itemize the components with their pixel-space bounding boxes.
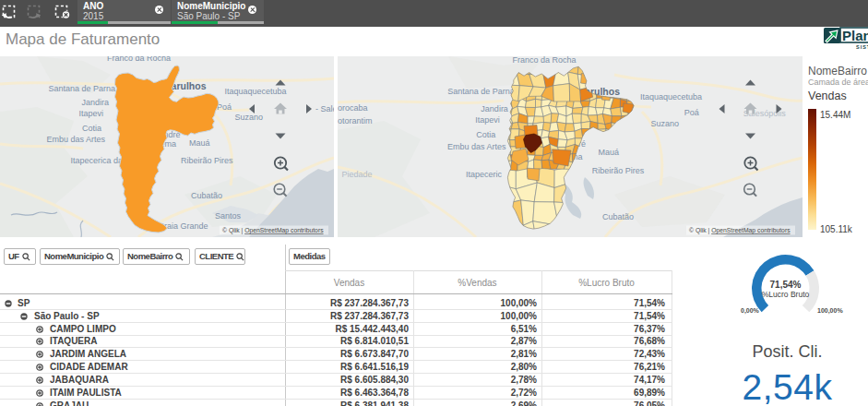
svg-text:Mauá: Mauá	[189, 138, 210, 148]
svg-text:Cubatão: Cubatão	[602, 212, 634, 221]
svg-text:Franco da Rocha: Franco da Rocha	[513, 56, 577, 65]
svg-text:- Sale: - Sale	[315, 104, 334, 113]
svg-text:Jandira: Jandira	[481, 104, 508, 113]
svg-text:SISTEMAS: SISTEMAS	[856, 44, 868, 50]
svg-text:© Qlik | OpenStreetMap contrib: © Qlik | OpenStreetMap contributors	[689, 227, 791, 234]
svg-text:Itapevi: Itapevi	[475, 115, 500, 125]
svg-text:Franco da Rocha: Franco da Rocha	[107, 56, 171, 63]
svg-text:Itapevi: Itapevi	[78, 109, 103, 118]
svg-text:otorantim: otorantim	[338, 116, 373, 125]
svg-text:Itaquaquecetuba: Itaquaquecetuba	[640, 92, 702, 102]
svg-text:Cotia: Cotia	[476, 130, 495, 139]
svg-text:Embu das Artes: Embu das Artes	[46, 135, 105, 144]
svg-text:© Qlik | OpenStreetMap contrib: © Qlik | OpenStreetMap contributors	[222, 227, 324, 234]
svg-text:Planifica: Planifica	[842, 28, 868, 43]
svg-text:Piedade: Piedade	[342, 170, 373, 179]
svg-text:Ribeirão Pires: Ribeirão Pires	[592, 166, 645, 175]
svg-text:Itaquaquecetuba: Itaquaquecetuba	[225, 87, 287, 96]
svg-text:Cubatão: Cubatão	[191, 191, 222, 200]
svg-text:Embu das Artes: Embu das Artes	[447, 142, 506, 151]
svg-text:orocaba: orocaba	[338, 103, 368, 113]
svg-text:Suzano: Suzano	[650, 119, 679, 128]
svg-text:Cotia: Cotia	[82, 124, 101, 133]
svg-text:Itapeceric: Itapeceric	[466, 170, 503, 179]
svg-text:Santana de Parna: Santana de Parna	[48, 84, 115, 93]
svg-text:Santos: Santos	[215, 211, 242, 221]
svg-text:Jandira: Jandira	[81, 98, 109, 107]
svg-text:Suzano: Suzano	[235, 113, 264, 122]
svg-text:Poá: Poá	[684, 108, 699, 117]
svg-text:Ribeirão Pires: Ribeirão Pires	[181, 156, 233, 165]
svg-text:Mauá: Mauá	[599, 148, 620, 157]
svg-text:Itapecerica da: Itapecerica da	[70, 156, 123, 165]
svg-text:Santana de Parna: Santana de Parna	[447, 87, 515, 96]
